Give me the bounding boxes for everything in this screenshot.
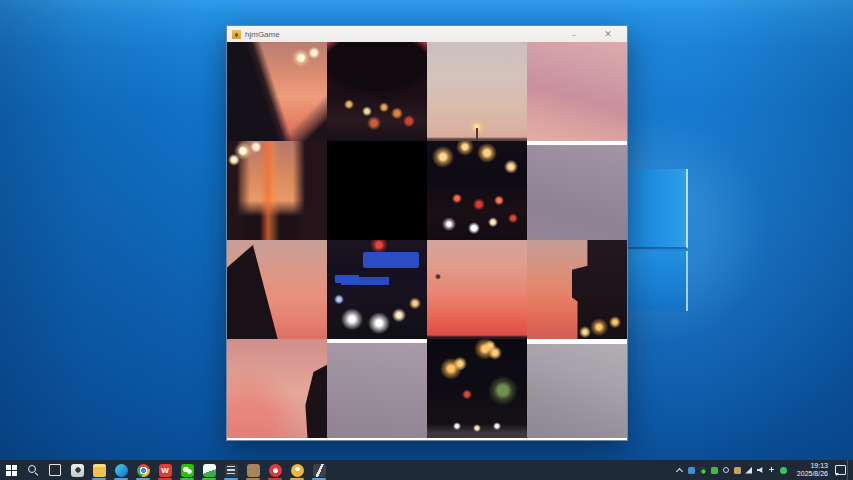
puzzle-grid xyxy=(227,42,627,438)
taskbar-app-chrome[interactable] xyxy=(132,460,154,480)
taskbar-app-edge[interactable] xyxy=(110,460,132,480)
taskbar-app-dev-app[interactable] xyxy=(308,460,330,480)
edge-icon xyxy=(115,464,128,477)
show-desktop-button[interactable] xyxy=(847,460,853,480)
tray-app-blue-icon xyxy=(688,467,695,474)
wallpaper-window-logo-pane-bottom xyxy=(627,251,688,311)
minimize-button[interactable]: – xyxy=(557,26,591,42)
input-indicator-icon xyxy=(768,467,775,474)
tray-wechat-icon xyxy=(711,467,718,474)
chrome-icon xyxy=(137,464,150,477)
task-view-icon xyxy=(49,464,61,476)
task-view-button[interactable] xyxy=(44,460,66,480)
music-app-icon xyxy=(269,464,282,477)
taskbar-app-wechat[interactable] xyxy=(176,460,198,480)
system-tray xyxy=(675,460,791,480)
title-bar[interactable]: hjmGame – ✕ xyxy=(227,26,627,42)
taskbar-app-music-app[interactable] xyxy=(264,460,286,480)
puzzle-tile-9[interactable] xyxy=(227,240,327,339)
wechat-icon xyxy=(181,464,194,477)
search-icon xyxy=(27,464,39,476)
clock-date: 2025/8/26 xyxy=(797,470,828,478)
puzzle-tile-8[interactable] xyxy=(527,145,627,240)
action-center-icon xyxy=(835,465,846,475)
puzzle-tile-4[interactable] xyxy=(527,42,627,141)
taskbar-app-notes-app[interactable] xyxy=(198,460,220,480)
action-center-button[interactable] xyxy=(833,460,847,480)
windows-logo-icon xyxy=(6,465,17,476)
taskbar-app-yellow-app[interactable] xyxy=(286,460,308,480)
tray-expand-icon xyxy=(676,467,683,474)
yellow-app-icon xyxy=(291,464,304,477)
taskbar-app-brown-app[interactable] xyxy=(242,460,264,480)
taskbar-app-capture-app[interactable] xyxy=(66,460,88,480)
capture-app-icon xyxy=(71,464,84,477)
tray-item-tray-storage[interactable] xyxy=(733,460,742,480)
tray-item-tray-ring[interactable] xyxy=(721,460,730,480)
puzzle-tile-5[interactable] xyxy=(227,141,327,240)
puzzle-tile-3[interactable] xyxy=(427,42,527,141)
wps-icon: W xyxy=(159,464,172,477)
tray-item-volume[interactable] xyxy=(756,460,765,480)
volume-icon xyxy=(757,467,764,474)
clock-time: 19:13 xyxy=(797,462,828,470)
close-button[interactable]: ✕ xyxy=(591,26,625,42)
puzzle-tile-13[interactable] xyxy=(227,339,327,438)
tray-item-tray-wechat[interactable] xyxy=(710,460,719,480)
puzzle-tile-15[interactable] xyxy=(427,339,527,438)
puzzle-tile-10[interactable] xyxy=(327,240,427,339)
puzzle-tile-12[interactable] xyxy=(527,240,627,339)
taskbar-app-wps[interactable]: W xyxy=(154,460,176,480)
puzzle-tile-14[interactable] xyxy=(327,343,427,438)
puzzle-tile-11[interactable] xyxy=(427,240,527,339)
puzzle-tile-16[interactable] xyxy=(527,344,627,438)
puzzle-tile-1[interactable] xyxy=(227,42,327,141)
tray-item-tray-security[interactable] xyxy=(698,460,707,480)
start-button[interactable] xyxy=(0,460,22,480)
tray-storage-icon xyxy=(734,467,741,474)
network-icon xyxy=(745,467,752,474)
tray-ring-icon xyxy=(723,467,730,474)
brown-app-icon xyxy=(247,464,260,477)
taskbar-app-file-explorer[interactable] xyxy=(88,460,110,480)
wallpaper-window-logo-pane-top xyxy=(627,169,688,249)
tray-item-network[interactable] xyxy=(744,460,753,480)
puzzle-tile-6-empty[interactable] xyxy=(327,141,427,240)
window-app-icon xyxy=(232,30,241,39)
tray-status-icon xyxy=(780,467,787,474)
tray-item-input-indicator[interactable] xyxy=(767,460,776,480)
taskbar-apps: W xyxy=(66,460,330,480)
tray-item-tray-app-blue[interactable] xyxy=(687,460,696,480)
notes-app-icon xyxy=(203,464,216,477)
taskbar-app-calculator-app[interactable] xyxy=(220,460,242,480)
file-explorer-icon xyxy=(93,464,106,477)
taskbar-clock[interactable]: 19:13 2025/8/26 xyxy=(797,462,828,478)
window-title: hjmGame xyxy=(245,30,557,39)
taskbar: W 19:13 2025/8/26 xyxy=(0,460,853,480)
tray-security-icon xyxy=(699,467,706,474)
calculator-app-icon xyxy=(225,464,238,477)
puzzle-tile-2[interactable] xyxy=(327,42,427,141)
puzzle-tile-7[interactable] xyxy=(427,141,527,240)
dev-app-icon xyxy=(313,464,326,477)
game-window: hjmGame – ✕ xyxy=(226,25,628,441)
search-button[interactable] xyxy=(22,460,44,480)
tray-item-tray-expand[interactable] xyxy=(675,460,684,480)
tray-item-tray-status[interactable] xyxy=(779,460,788,480)
